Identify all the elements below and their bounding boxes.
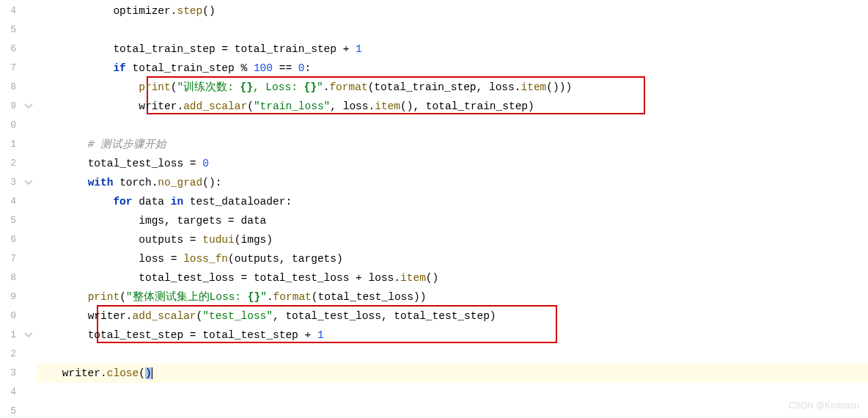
code-line[interactable]: total_test_step = total_test_step + 1 <box>37 326 868 345</box>
token-id: outputs <box>235 253 279 265</box>
token-fn: item <box>521 81 546 93</box>
code-area[interactable]: optimizer.step() total_train_step = tota… <box>37 0 868 418</box>
token-id: loss <box>139 253 164 265</box>
fold-cell <box>21 21 37 40</box>
token-op: ( <box>119 291 126 303</box>
token-op <box>113 177 119 188</box>
token-op: () <box>202 5 215 17</box>
code-line[interactable]: writer.close() <box>37 364 868 383</box>
code-editor[interactable]: 45678901234567890123456 optimizer.step()… <box>0 0 868 418</box>
fold-cell <box>21 116 37 135</box>
token-id: torch <box>119 177 152 188</box>
token-str: " <box>260 291 267 303</box>
fold-collapse-icon[interactable] <box>24 102 33 111</box>
token-fn: item <box>400 272 426 284</box>
code-line[interactable]: writer.add_scalar("test_loss", total_tes… <box>37 307 868 326</box>
token-id: total_train_step <box>374 81 476 93</box>
token-op: % <box>235 62 254 74</box>
token-str: " <box>317 81 323 93</box>
fold-cell <box>21 192 37 211</box>
token-str: , Loss: <box>253 81 304 93</box>
line-number: 5 <box>0 402 21 418</box>
token-op: ( <box>228 253 235 265</box>
token-op: . <box>369 100 375 112</box>
token-op: ) <box>145 367 152 379</box>
code-line[interactable] <box>37 345 868 364</box>
line-number: 9 <box>0 97 21 116</box>
token-op: ) <box>490 310 496 322</box>
fold-cell <box>21 40 37 59</box>
token-op: . <box>267 291 273 303</box>
watermark-text: CSDN @Kintoasu <box>789 400 859 411</box>
token-fn: print <box>88 291 120 303</box>
token-fn: tudui <box>202 234 235 246</box>
code-line[interactable]: with torch.no_grad(): <box>37 173 868 192</box>
token-op: . <box>100 367 107 379</box>
code-line[interactable] <box>37 383 868 402</box>
line-number-gutter: 45678901234567890123456 <box>0 0 21 418</box>
token-id: total_train_step <box>235 43 336 55</box>
token-op: ())) <box>546 81 572 93</box>
code-line[interactable]: total_train_step = total_train_step + 1 <box>37 40 868 59</box>
code-line[interactable]: writer.add_scalar("train_loss", loss.ite… <box>37 97 868 116</box>
token-cmt: # 测试步骤开始 <box>88 139 166 150</box>
token-num: 0 <box>202 158 209 169</box>
fold-cell <box>21 59 37 78</box>
token-fn: add_scalar <box>183 100 247 112</box>
token-fn: add_scalar <box>133 310 196 322</box>
token-op: ) <box>266 234 273 246</box>
token-id: total_test_step <box>394 310 490 322</box>
token-op: = <box>183 234 202 246</box>
token-fn: close <box>107 367 139 379</box>
code-line[interactable]: outputs = tudui(imgs) <box>37 230 868 249</box>
text-caret <box>152 367 152 379</box>
fold-cell <box>21 78 37 97</box>
code-line[interactable]: optimizer.step() <box>37 1 868 21</box>
fold-cell <box>21 211 37 230</box>
code-line[interactable]: total_test_loss = 0 <box>37 154 868 173</box>
token-op: , <box>477 81 489 93</box>
fold-cell <box>21 268 37 287</box>
fold-collapse-icon[interactable] <box>24 178 33 187</box>
token-str: "整体测试集上的Loss: <box>126 291 248 303</box>
line-number: 5 <box>0 211 21 230</box>
line-number: 8 <box>0 78 21 97</box>
token-op: = <box>216 43 235 55</box>
token-id: imgs <box>139 215 164 227</box>
token-op: . <box>126 310 133 322</box>
code-line[interactable]: imgs, targets = data <box>37 211 868 230</box>
fold-gutter <box>21 0 37 418</box>
fold-cell <box>21 402 37 418</box>
fold-cell <box>21 383 37 402</box>
line-number: 2 <box>0 345 21 364</box>
token-op <box>183 196 190 208</box>
token-id: total_test_loss <box>139 272 235 284</box>
fold-cell <box>21 345 37 364</box>
token-id: total_test_loss <box>88 158 184 169</box>
code-line[interactable] <box>37 21 868 40</box>
fold-collapse-icon[interactable] <box>24 331 33 340</box>
token-id: total_train_step <box>113 43 215 55</box>
code-line[interactable] <box>37 116 868 135</box>
code-line[interactable]: # 测试步骤开始 <box>37 135 868 154</box>
code-line[interactable]: for data in test_dataloader: <box>37 192 868 211</box>
token-op: ( <box>139 367 145 379</box>
token-id: targets <box>292 253 336 265</box>
token-str: "test_loss" <box>202 310 273 322</box>
line-number: 9 <box>0 287 21 307</box>
fold-cell <box>21 249 37 268</box>
code-line[interactable]: print("整体测试集上的Loss: {}".format(total_tes… <box>37 287 868 307</box>
code-line[interactable]: print("训练次数: {}, Loss: {}".format(total_… <box>37 78 868 97</box>
code-line[interactable]: if total_train_step % 100 == 0: <box>37 59 868 78</box>
token-op: () <box>426 272 438 284</box>
code-line[interactable]: loss = loss_fn(outputs, targets) <box>37 249 868 268</box>
token-op: ( <box>312 291 318 303</box>
token-op: == <box>273 62 298 74</box>
line-number: 6 <box>0 230 21 249</box>
line-number: 7 <box>0 59 21 78</box>
code-line[interactable]: total_test_loss = total_test_loss + loss… <box>37 268 868 287</box>
line-number: 6 <box>0 40 21 59</box>
token-id: total_test_loss <box>318 291 414 303</box>
code-line[interactable] <box>37 402 868 418</box>
token-kw: for <box>113 196 132 208</box>
